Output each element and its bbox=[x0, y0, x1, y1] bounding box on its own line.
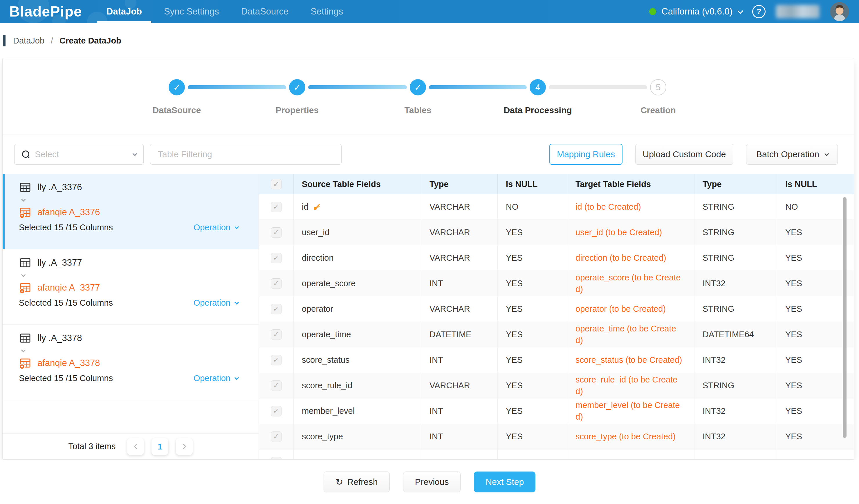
refresh-button[interactable]: ↻ Refresh bbox=[323, 472, 390, 492]
cell-source-field: id bbox=[294, 194, 421, 220]
pagination-page-1[interactable]: 1 bbox=[151, 438, 168, 455]
cell-source-field bbox=[294, 450, 421, 459]
cell-target-type: INT32 bbox=[694, 424, 777, 449]
row-checkbox[interactable]: ✓ bbox=[271, 380, 282, 391]
target-field-name: operator (to be Created) bbox=[575, 303, 683, 315]
cell-target-field: score_status (to be Created) bbox=[567, 347, 694, 373]
cell-target-field: direction (to be Created) bbox=[567, 245, 694, 270]
column-select-dropdown[interactable]: Select bbox=[14, 144, 144, 165]
target-field-name: direction (to be Created) bbox=[575, 252, 683, 264]
pagination-prev-button[interactable] bbox=[127, 438, 144, 455]
column-header-source-table-fields: Source Table Fields bbox=[294, 174, 421, 194]
cell-source-field: direction bbox=[294, 245, 421, 270]
step-label: Data Processing bbox=[503, 105, 572, 115]
breadcrumb-section[interactable]: DataJob bbox=[13, 36, 44, 46]
cell-target-field: operate_score (to be Created) bbox=[567, 271, 694, 296]
brand-logo[interactable]: BladePipe bbox=[9, 3, 82, 20]
row-checkbox-cell: ✓ bbox=[259, 322, 294, 347]
chevron-right-icon bbox=[181, 444, 186, 449]
wizard-footer: ↻ Refresh Previous Next Step bbox=[0, 460, 859, 504]
row-checkbox[interactable]: ✓ bbox=[271, 355, 282, 365]
status-dot-icon bbox=[649, 8, 656, 15]
field-row: ✓user_idVARCHARYESuser_id (to be Created… bbox=[259, 220, 854, 245]
expand-toggle[interactable] bbox=[19, 194, 238, 205]
cell-source-type: DATETIME bbox=[421, 322, 498, 347]
field-row: ✓operate_scoreINTYESoperate_score (to be… bbox=[259, 271, 854, 296]
table-pair-item[interactable]: lly .A_3377 afanqie A_3377 Selected 15 /… bbox=[3, 249, 259, 325]
target-table-icon bbox=[19, 281, 32, 294]
step-circle-datasource: ✓ bbox=[169, 79, 185, 95]
step-circle-creation: 5 bbox=[650, 79, 666, 95]
next-step-button[interactable]: Next Step bbox=[474, 472, 536, 492]
chevron-down-icon bbox=[133, 152, 137, 156]
row-checkbox[interactable]: ✓ bbox=[271, 227, 282, 238]
field-mapping-table: ✓Source Table FieldsTypeIs NULLTarget Ta… bbox=[259, 174, 854, 459]
step-circle-properties: ✓ bbox=[289, 79, 305, 95]
source-field-name: operate_time bbox=[302, 330, 351, 339]
step-label: Properties bbox=[276, 105, 319, 115]
environment-selector[interactable]: California (v0.6.0) bbox=[649, 6, 742, 17]
row-checkbox[interactable]: ✓ bbox=[271, 329, 282, 340]
upload-custom-code-button[interactable]: Upload Custom Code bbox=[635, 144, 733, 165]
cell-source-type: INT bbox=[421, 347, 498, 373]
cell-target-field: operate_time (to be Created) bbox=[567, 322, 694, 347]
vertical-scrollbar[interactable] bbox=[843, 197, 846, 438]
field-row: ✓operatorVARCHARYESoperator (to be Creat… bbox=[259, 296, 854, 322]
cell-source-field: operate_score bbox=[294, 271, 421, 296]
expand-toggle[interactable] bbox=[19, 270, 238, 281]
field-table-header: ✓Source Table FieldsTypeIs NULLTarget Ta… bbox=[259, 174, 854, 194]
target-table-name: afanqie A_3377 bbox=[37, 282, 100, 293]
row-checkbox[interactable]: ✓ bbox=[271, 253, 282, 263]
source-field-name: score_type bbox=[302, 432, 343, 441]
nav-tab-settings[interactable]: Settings bbox=[300, 0, 354, 23]
avatar[interactable] bbox=[830, 2, 849, 21]
cell-source-nullable: NO bbox=[498, 194, 567, 220]
mapping-rules-button[interactable]: Mapping Rules bbox=[549, 144, 622, 165]
cell-target-type: INT32 bbox=[694, 347, 777, 373]
column-header-type: Type bbox=[694, 174, 777, 194]
cell-target-type bbox=[694, 450, 777, 459]
source-field-name: user_id bbox=[302, 227, 329, 237]
target-table-name: afanqie A_3376 bbox=[37, 207, 100, 218]
target-field-name: operate_time (to be Created) bbox=[575, 323, 683, 346]
upload-custom-code-label: Upload Custom Code bbox=[643, 149, 726, 159]
field-row: ✓id VARCHARNOid (to be Created)STRINGNO bbox=[259, 194, 854, 220]
source-field-name: direction bbox=[302, 253, 334, 263]
nav-tab-datasource[interactable]: DataSource bbox=[230, 0, 300, 23]
select-all-checkbox[interactable]: ✓ bbox=[271, 179, 282, 189]
source-table-name: lly .A_3377 bbox=[37, 257, 82, 268]
expand-toggle[interactable] bbox=[19, 345, 238, 356]
batch-operation-button[interactable]: Batch Operation bbox=[746, 144, 838, 165]
chevron-left-icon bbox=[134, 444, 139, 449]
row-checkbox[interactable]: ✓ bbox=[271, 304, 282, 314]
table-pair-item[interactable]: lly .A_3378 afanqie A_3378 Selected 15 /… bbox=[3, 325, 259, 400]
help-button[interactable]: ? bbox=[752, 5, 766, 18]
primary-key-icon bbox=[313, 203, 321, 211]
nav-tab-datajob[interactable]: DataJob bbox=[95, 0, 153, 23]
cell-source-field: score_status bbox=[294, 347, 421, 373]
row-checkbox[interactable]: ✓ bbox=[271, 202, 282, 212]
cell-source-nullable bbox=[498, 450, 567, 459]
row-checkbox[interactable]: ✓ bbox=[271, 406, 282, 416]
row-checkbox-cell: ✓ bbox=[259, 220, 294, 245]
cell-source-field: operator bbox=[294, 296, 421, 321]
field-row: ✓score_statusINTYESscore_status (to be C… bbox=[259, 347, 854, 373]
row-checkbox-cell: ✓ bbox=[259, 271, 294, 296]
cell-source-type: VARCHAR bbox=[421, 245, 498, 270]
field-row: ✓score_rule_idVARCHARYESscore_rule_id (t… bbox=[259, 373, 854, 398]
source-table-name: lly .A_3376 bbox=[37, 182, 82, 192]
cell-source-nullable: YES bbox=[498, 296, 567, 321]
table-filtering-input[interactable] bbox=[150, 144, 342, 165]
chevron-down-icon bbox=[825, 152, 829, 156]
pagination-next-button[interactable] bbox=[176, 438, 193, 455]
table-pair-item[interactable]: lly .A_3376 afanqie A_3376 Selected 15 /… bbox=[3, 174, 259, 249]
operation-dropdown[interactable]: Operation bbox=[194, 223, 238, 232]
row-checkbox[interactable]: ✓ bbox=[271, 457, 282, 460]
field-row: ✓directionVARCHARYESdirection (to be Cre… bbox=[259, 245, 854, 271]
row-checkbox[interactable]: ✓ bbox=[271, 278, 282, 289]
nav-tab-sync-settings[interactable]: Sync Settings bbox=[153, 0, 230, 23]
previous-button[interactable]: Previous bbox=[403, 472, 461, 492]
operation-dropdown[interactable]: Operation bbox=[194, 374, 238, 383]
row-checkbox[interactable]: ✓ bbox=[271, 431, 282, 442]
operation-dropdown[interactable]: Operation bbox=[194, 298, 238, 308]
